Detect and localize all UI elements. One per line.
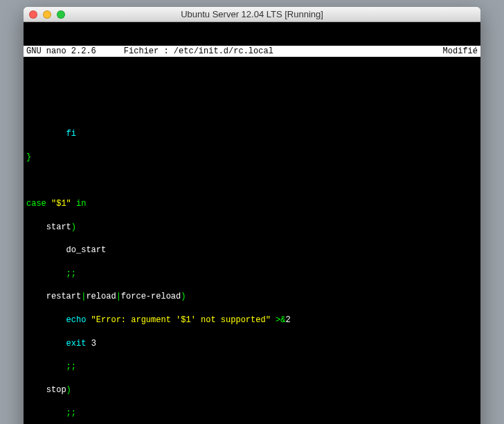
nano-header: GNU nano 2.2.6 Fichier : /etc/init.d/rc.…: [24, 46, 480, 58]
nano-file: Fichier : /etc/init.d/rc.local: [124, 46, 443, 58]
code-line: fi: [26, 128, 478, 140]
traffic-lights: [29, 10, 65, 19]
code-line: stop): [26, 385, 478, 396]
code-line: ;;: [26, 361, 478, 373]
window-title: Ubuntu Server 12.04 LTS [Running]: [24, 9, 480, 19]
code-line: }: [26, 152, 478, 164]
close-icon[interactable]: [29, 10, 37, 19]
zoom-icon[interactable]: [57, 10, 65, 19]
code-line: case "$1" in: [26, 198, 478, 210]
minimize-icon[interactable]: [43, 10, 51, 19]
vm-window: Ubuntu Server 12.04 LTS [Running] GNU na…: [24, 7, 480, 424]
nano-status: Modifié: [443, 46, 478, 58]
nano-version: GNU nano 2.2.6: [26, 46, 124, 58]
code-line: ;;: [26, 407, 478, 419]
code-line: do_start: [26, 245, 478, 256]
code-line: echo "Error: argument '$1' not supported…: [26, 315, 478, 326]
code-line: start): [26, 222, 478, 233]
editor-content[interactable]: fi } case "$1" in start) do_start ;; res…: [24, 92, 480, 424]
code-line: restart|reload|force-reload): [26, 291, 478, 303]
terminal[interactable]: GNU nano 2.2.6 Fichier : /etc/init.d/rc.…: [24, 22, 480, 424]
code-line: exit 3: [26, 338, 478, 350]
titlebar[interactable]: Ubuntu Server 12.04 LTS [Running]: [24, 7, 480, 22]
code-line: ;;: [26, 268, 478, 280]
